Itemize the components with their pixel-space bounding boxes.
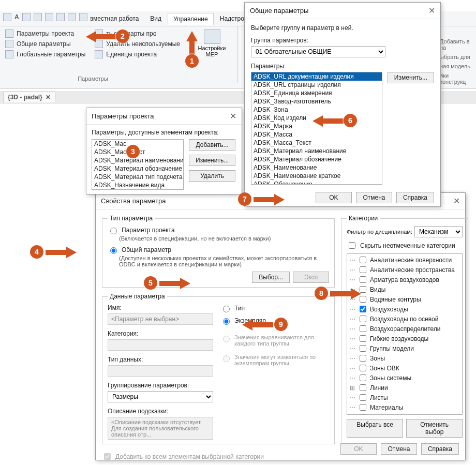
tree-item[interactable]: ⋯Листы <box>348 393 461 402</box>
cancel-button[interactable]: Отмена <box>381 443 417 455</box>
qat-icon[interactable] <box>34 13 42 21</box>
edit-button[interactable]: Изменить... <box>189 155 235 166</box>
list-item[interactable]: ADSK_Завод-изготовитель <box>251 97 382 106</box>
deselect-all-button[interactable]: Отменить выбор <box>406 419 463 438</box>
tree-checkbox[interactable] <box>360 384 366 391</box>
tree-item[interactable]: ⋯Арматура воздуховодов <box>348 275 461 284</box>
ok-button[interactable]: OK <box>316 192 352 203</box>
select-button[interactable]: Выбор... <box>252 272 290 283</box>
tree-checkbox[interactable] <box>360 394 366 401</box>
close-icon[interactable]: ✕ <box>428 6 435 16</box>
tree-checkbox[interactable] <box>360 414 366 415</box>
qat-icon[interactable] <box>68 13 76 21</box>
tree-checkbox[interactable] <box>360 345 366 352</box>
tree-item[interactable]: ⋯Зоны <box>348 353 461 363</box>
ribbon-clipped-item[interactable]: ыбрать для <box>440 54 476 60</box>
chk-hide-unchecked[interactable]: Скрыть неотмеченные категории <box>347 241 463 250</box>
add-button[interactable]: Добавить... <box>189 139 235 151</box>
list-item[interactable]: ADSK_Материал обозначение <box>92 164 183 173</box>
tree-checkbox[interactable] <box>360 306 366 312</box>
tree-item[interactable]: ⋯Водяные контуры <box>348 294 461 304</box>
tree-checkbox[interactable] <box>360 355 366 362</box>
tree-item[interactable]: ⋯Воздуховоды <box>348 304 461 314</box>
qat-icon[interactable] <box>79 13 87 21</box>
ribbon-project-parameters[interactable]: Параметры проекта <box>5 29 85 38</box>
qat-icon[interactable] <box>56 13 65 21</box>
tree-item[interactable]: ⋯Воздухораспределители <box>348 324 461 334</box>
edit-button[interactable]: Изменить... <box>388 72 434 83</box>
tree-item[interactable]: ⋯Аналитические пространства <box>348 265 461 275</box>
tree-checkbox[interactable] <box>360 365 366 371</box>
ribbon-item-label: Удалить неиспользуемые <box>106 40 180 48</box>
ribbon-clipped-item[interactable]: Добавить в на <box>440 38 476 51</box>
help-button[interactable]: Справка <box>421 443 459 455</box>
delete-button[interactable]: Удалить <box>189 170 235 182</box>
tree-twig-icon: ⋯ <box>349 335 355 342</box>
list-item[interactable]: ADSK_Масса_Текст <box>251 139 382 147</box>
list-item[interactable]: ADSK_Зона <box>251 106 382 114</box>
field-label: Имя: <box>108 304 213 311</box>
tree-item[interactable]: ⋯Гибкие воздуховоды <box>348 334 461 343</box>
qat-icon[interactable] <box>45 13 53 21</box>
radio-shared-param[interactable]: Общий параметр <box>108 246 329 254</box>
tree-item[interactable]: ⋯Зоны системы <box>348 373 461 383</box>
close-icon[interactable]: ✕ <box>453 196 460 206</box>
tree-item[interactable]: ⋯Воздуховоды по осевой <box>348 314 461 324</box>
radio-project-param[interactable]: Параметр проекта <box>108 226 329 234</box>
tree-item[interactable]: ⋯Материалы <box>348 402 461 412</box>
tree-item[interactable]: ⊞Линии <box>348 383 461 393</box>
document-tab[interactable]: {3D - padal} ✕ <box>3 92 55 102</box>
tab-view[interactable]: Вид <box>145 13 167 24</box>
radio-type[interactable]: Тип <box>220 304 329 312</box>
ribbon-clipped-item[interactable]: ная модель <box>440 63 476 69</box>
tab-manage[interactable]: Управление <box>168 13 214 25</box>
list-item[interactable]: ADSK_Материал тип подсчета <box>92 173 183 181</box>
qat-icon[interactable] <box>3 13 11 21</box>
field-label: Фильтр по дисциплинам: <box>347 229 412 235</box>
qat-icon[interactable] <box>22 13 31 21</box>
tree-checkbox[interactable] <box>360 335 366 342</box>
shared-params-list[interactable]: ADSK_URL документации изделияADSK_URL ст… <box>251 72 382 185</box>
tree-checkbox[interactable] <box>360 276 366 283</box>
tree-item[interactable]: ⋯Группы модели <box>348 343 461 353</box>
close-icon[interactable]: ✕ <box>46 94 51 101</box>
list-item[interactable]: ADSK_Материал наименование <box>92 156 183 164</box>
list-item[interactable]: ADSK_Масса <box>251 130 382 139</box>
list-item[interactable]: ADSK_Наименование краткое <box>251 172 382 180</box>
ribbon-shared-parameters[interactable]: Общие параметры <box>5 40 85 48</box>
list-item[interactable]: ADSK_Наименование <box>92 189 183 190</box>
category-tree[interactable]: ⋯Аналитические поверхности⋯Аналитические… <box>347 253 463 415</box>
close-icon[interactable]: ✕ <box>230 111 236 121</box>
callout-9: 9 <box>274 318 288 331</box>
tree-checkbox[interactable] <box>360 325 366 332</box>
list-item[interactable]: ADSK_Материал наименование <box>251 147 382 155</box>
ribbon-global-parameters[interactable]: Глобальные параметры <box>5 50 85 58</box>
list-item[interactable]: ADSK_URL документации изделия <box>251 72 382 81</box>
list-item[interactable]: ADSK_Обозначение <box>251 180 382 185</box>
tree-item[interactable]: ⋯Аналитические поверхности <box>348 255 461 265</box>
tree-checkbox[interactable] <box>360 374 366 381</box>
param-group-select[interactable]: 01 Обязательные ОБЩИЕ <box>251 46 385 57</box>
tree-checkbox[interactable] <box>360 257 366 263</box>
tree-label: Аналитические пространства <box>370 266 455 274</box>
help-button[interactable]: Справка <box>396 192 434 203</box>
cancel-button[interactable]: Отмена <box>356 192 392 203</box>
grouping-select[interactable]: Размеры <box>108 391 213 402</box>
tree-item[interactable]: ⋯Виды <box>348 284 461 294</box>
tree-item[interactable]: ⋯Зоны ОВК <box>348 363 461 373</box>
tree-item[interactable]: ⋯Материалы внутренней изоляц <box>348 412 461 415</box>
list-item[interactable]: ADSK_Единица измерения <box>251 89 382 97</box>
discipline-filter[interactable]: Механизм <box>414 226 463 237</box>
list-item[interactable]: ADSK_URL страницы изделия <box>251 81 382 89</box>
arrow-icon <box>159 277 190 290</box>
list-item[interactable]: ADSK_Материал обозначение <box>251 155 382 163</box>
dialog-shared-parameters: Общие параметры ✕ Выберите группу и пара… <box>244 2 441 207</box>
tree-checkbox[interactable] <box>360 316 366 322</box>
select-all-button[interactable]: Выбрать все <box>347 419 403 438</box>
ribbon-project-units[interactable]: Единицы проекта <box>95 50 180 58</box>
ribbon-clipped-item[interactable]: йки конструкц <box>440 72 476 85</box>
list-item[interactable]: ADSK_Назначение вида <box>92 181 183 189</box>
tree-checkbox[interactable] <box>360 266 366 273</box>
tree-checkbox[interactable] <box>360 404 366 411</box>
list-item[interactable]: ADSK_Наименование <box>251 163 382 172</box>
